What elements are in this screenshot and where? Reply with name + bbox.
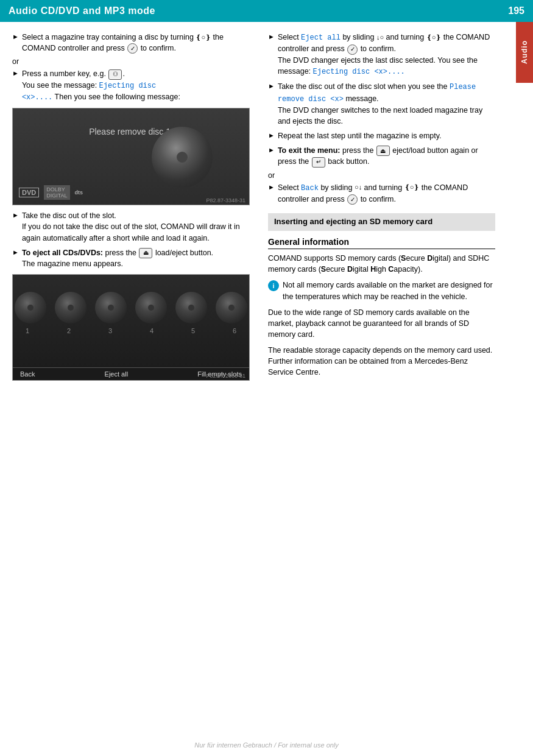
disc-num-1: 1 xyxy=(13,327,42,334)
bullet-item: ► Press a number key, e.g. ⚇. You see th… xyxy=(12,68,253,103)
dts-logo: dts xyxy=(75,189,83,196)
disc-num-5: 5 xyxy=(178,327,208,334)
screenshot-magazine: 1 2 3 4 5 6 Back Eject all Fill empty sl… xyxy=(12,274,250,381)
bullet-arrow: ► xyxy=(268,32,275,77)
bullet-text: Take the disc out of the slot. If you do… xyxy=(22,210,253,243)
disc-slot-2 xyxy=(55,292,86,323)
part-number-2: P82.87-2666-31 xyxy=(206,373,245,379)
disc-slot-1 xyxy=(15,292,46,323)
bullet-item: ► Select a magazine tray containing a di… xyxy=(12,32,253,54)
audio-side-tab: Audio xyxy=(516,22,533,83)
bullet-text: To eject all CDs/DVDs: press the ⏏ load/… xyxy=(22,247,253,269)
footer-text: Nur für internen Gebrauch / For internal… xyxy=(194,741,339,749)
dvd-logo: DVD xyxy=(19,188,39,197)
page-footer: Nur für internen Gebrauch / For internal… xyxy=(0,741,533,749)
info-box: i Not all memory cards available on the … xyxy=(268,280,495,302)
bullet-text: Repeat the last step until the magazine … xyxy=(278,130,495,141)
gen-info-para1: COMAND supports SD memory cards (Secure … xyxy=(268,253,495,275)
screenshot-disc-eject: Please remove disc 1. DVD DOLBYDIGITAL d… xyxy=(12,108,250,205)
gen-info-para2: Due to the wide range of SD memory cards… xyxy=(268,307,495,340)
gen-info-heading: General information xyxy=(268,237,495,249)
left-column: ► Select a magazine tray containing a di… xyxy=(0,27,262,390)
main-content: ► Select a magazine tray containing a di… xyxy=(0,22,533,390)
disc-slot-4 xyxy=(135,292,167,323)
page-number: 195 xyxy=(508,5,524,16)
bullet-arrow: ► xyxy=(12,248,19,269)
bullet-text: Select Back by sliding ○↓ and turning ❴○… xyxy=(278,182,495,205)
part-number: P82.87-3348-31 xyxy=(206,197,245,203)
disc-row xyxy=(13,292,249,323)
header-title: Audio CD/DVD and MP3 mode xyxy=(9,5,155,16)
bullet-text: Select a magazine tray containing a disc… xyxy=(22,32,253,54)
bullet-text: Take the disc out of the disc slot when … xyxy=(278,81,495,127)
mag-eject-btn: Eject all xyxy=(105,370,129,378)
disc-num-2: 2 xyxy=(54,327,83,334)
bullet-arrow: ► xyxy=(12,32,19,54)
info-icon: i xyxy=(268,280,279,291)
bullet-item: ► Repeat the last step until the magazin… xyxy=(268,130,495,141)
bullet-item: ► Select Back by sliding ○↓ and turning … xyxy=(268,182,495,205)
mag-back-btn: Back xyxy=(20,370,35,378)
disc-image xyxy=(152,127,213,188)
bullet-item: ► Select Eject all by sliding ↓○ and tur… xyxy=(268,32,495,77)
disc-slot-5 xyxy=(175,292,207,323)
disc-num-4: 4 xyxy=(137,327,166,334)
bullet-arrow: ► xyxy=(12,69,19,103)
disc-num-6: 6 xyxy=(220,327,249,334)
bullet-arrow: ► xyxy=(12,211,19,243)
bullet-text: To exit the menu: press the ⏏ eject/load… xyxy=(278,145,495,167)
disc-numbers: 1 2 3 4 5 6 xyxy=(13,327,249,334)
disc-num-3: 3 xyxy=(96,327,125,334)
info-note-text: Not all memory cards available on the ma… xyxy=(283,280,495,302)
dolby-logo: DOLBYDIGITAL xyxy=(44,185,69,200)
or-separator: or xyxy=(268,171,495,180)
bullet-item: ► Take the disc out of the slot. If you … xyxy=(12,210,253,243)
screenshot-logos: DVD DOLBYDIGITAL dts xyxy=(19,185,83,200)
page-header: Audio CD/DVD and MP3 mode 195 xyxy=(0,0,533,22)
disc-slot-6 xyxy=(216,292,247,323)
bullet-item: ► To eject all CDs/DVDs: press the ⏏ loa… xyxy=(12,247,253,269)
disc-slot-3 xyxy=(95,292,127,323)
bullet-text: Press a number key, e.g. ⚇. You see the … xyxy=(22,68,253,103)
bullet-arrow: ► xyxy=(268,131,275,141)
bullet-text: Select Eject all by sliding ↓○ and turni… xyxy=(278,32,495,77)
gen-info-para3: The readable storage capacity depends on… xyxy=(268,345,495,378)
right-column: ► Select Eject all by sliding ↓○ and tur… xyxy=(262,27,515,390)
bullet-arrow: ► xyxy=(268,82,275,127)
bullet-arrow: ► xyxy=(268,146,275,167)
bullet-item: ► To exit the menu: press the ⏏ eject/lo… xyxy=(268,145,495,167)
section-heading-box: Inserting and ejecting an SD memory card xyxy=(268,213,495,231)
bullet-arrow: ► xyxy=(268,183,275,205)
bullet-item: ► Take the disc out of the disc slot whe… xyxy=(268,81,495,127)
or-separator: or xyxy=(12,57,253,66)
